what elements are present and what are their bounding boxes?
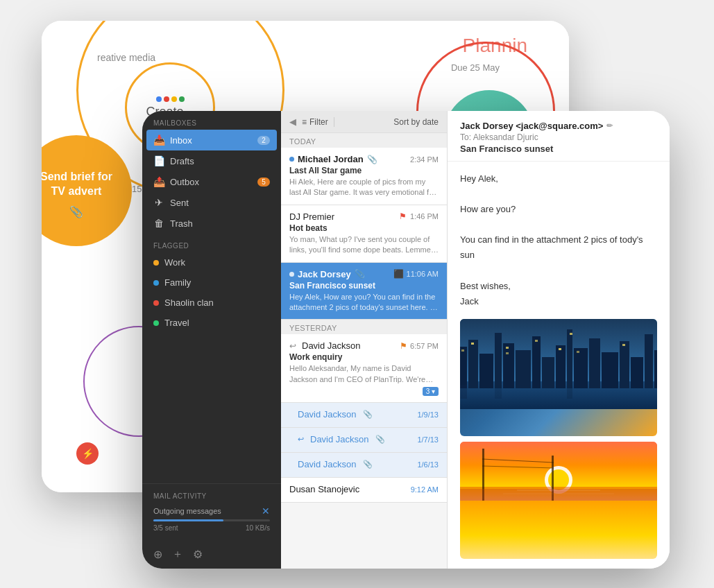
mail-time: 2:34 PM bbox=[410, 155, 439, 164]
svg-rect-7 bbox=[468, 340, 478, 388]
svg-rect-33 bbox=[622, 344, 625, 346]
sidebar-item-sent[interactable]: ✈ Sent bbox=[142, 192, 281, 213]
add-icon[interactable]: ⊕ bbox=[153, 548, 162, 561]
thread-count[interactable]: 3 ▾ bbox=[423, 387, 439, 396]
sent-count: 3/5 sent bbox=[153, 524, 178, 532]
mail-app: MAILBOXES 📥 Inbox 2 📄 Drafts 📤 Outbox 5 … bbox=[142, 111, 670, 569]
svg-rect-14 bbox=[556, 345, 566, 388]
mail-item-dj-premier[interactable]: DJ Premier ⚑ 1:46 PM Hot beats Yo man, W… bbox=[281, 205, 447, 263]
plus-icon[interactable]: ＋ bbox=[172, 547, 183, 562]
attachment-icon: 📎 bbox=[375, 435, 385, 444]
filter-icon: ≡ bbox=[302, 117, 307, 127]
mail-item-david-jackson-3[interactable]: ↩ David Jackson 📎 1/7/13 bbox=[281, 428, 447, 453]
shaolin-label: Shaolin clan bbox=[164, 297, 214, 308]
detail-images bbox=[448, 319, 670, 569]
mail-activity-label: MAIL ACTIVITY bbox=[153, 492, 270, 500]
svg-rect-19 bbox=[620, 341, 629, 388]
flag-orange-icon: ⚑ bbox=[400, 341, 407, 351]
header-divider bbox=[334, 117, 334, 127]
svg-rect-29 bbox=[535, 340, 538, 342]
edit-icon: ✏ bbox=[606, 121, 613, 130]
sunset-image bbox=[460, 442, 657, 559]
progress-track bbox=[153, 519, 270, 521]
body-line-3: You can find in the attachment 2 pics of… bbox=[460, 232, 657, 263]
outgoing-close-icon[interactable]: ✕ bbox=[262, 505, 270, 517]
trash-icon: 🗑 bbox=[153, 218, 164, 229]
work-label: Work bbox=[164, 257, 185, 268]
sender-name: David Jackson bbox=[298, 459, 357, 469]
sender-name: Michael Jordan bbox=[298, 154, 364, 164]
creative-label: reative media bbox=[97, 52, 155, 63]
sidebar-item-shaolin[interactable]: Shaolin clan bbox=[142, 293, 281, 313]
back-arrow[interactable]: ◀ bbox=[289, 116, 296, 127]
mailboxes-label: MAILBOXES bbox=[142, 111, 281, 130]
svg-rect-11 bbox=[516, 350, 531, 388]
inbox-icon: 📥 bbox=[153, 135, 164, 146]
sidebar-item-travel[interactable]: Travel bbox=[142, 313, 281, 333]
detail-from-text: Jack Dorsey <jack@square.com> bbox=[460, 121, 603, 131]
sidebar-item-drafts[interactable]: 📄 Drafts bbox=[142, 150, 281, 171]
sidebar-item-work[interactable]: Work bbox=[142, 252, 281, 273]
mail-subject: Hot beats bbox=[289, 223, 439, 233]
outbox-badge: 5 bbox=[257, 178, 270, 187]
mail-preview: Hello Aleksandar, My name is David Jacks… bbox=[289, 363, 439, 385]
drafts-label: Drafts bbox=[170, 156, 194, 166]
svg-rect-32 bbox=[577, 351, 579, 353]
svg-rect-28 bbox=[506, 352, 509, 354]
flag-green-icon: ⬛ bbox=[393, 269, 404, 279]
sort-button[interactable]: Sort by date bbox=[393, 117, 439, 127]
mail-time: 1/7/13 bbox=[417, 435, 439, 444]
svg-rect-9 bbox=[495, 333, 502, 388]
inbox-label: Inbox bbox=[170, 135, 192, 146]
work-flag-dot bbox=[153, 260, 159, 266]
svg-rect-24 bbox=[461, 349, 464, 352]
mail-item-jack-dorsey[interactable]: Jack Dorsey 📎 ⬛ 11:06 AM San Francisco s… bbox=[281, 263, 447, 320]
mail-time: 6:57 PM bbox=[410, 342, 439, 350]
svg-rect-10 bbox=[503, 343, 514, 388]
shaolin-flag-dot bbox=[153, 300, 159, 306]
svg-rect-31 bbox=[570, 333, 572, 335]
svg-rect-18 bbox=[602, 352, 618, 388]
front-tablet: MAILBOXES 📥 Inbox 2 📄 Drafts 📤 Outbox 5 … bbox=[142, 111, 670, 569]
sender-name: David Jackson bbox=[302, 340, 361, 351]
svg-rect-20 bbox=[631, 357, 643, 388]
svg-rect-8 bbox=[479, 354, 493, 388]
mail-subject: Last All Star game bbox=[289, 166, 439, 175]
unread-dot bbox=[289, 157, 294, 162]
filter-button[interactable]: ≡ Filter bbox=[302, 117, 328, 127]
sidebar-item-trash[interactable]: 🗑 Trash bbox=[142, 213, 281, 234]
sidebar-item-family[interactable]: Family bbox=[142, 273, 281, 293]
mail-preview: Hey Alek, How are you? You can find in t… bbox=[289, 292, 439, 313]
speed: 10 KB/s bbox=[246, 524, 270, 532]
mail-item-michael-jordan[interactable]: Michael Jordan 📎 2:34 PM Last All Star g… bbox=[281, 148, 447, 205]
svg-rect-15 bbox=[567, 329, 572, 388]
detail-header: Jack Dorsey <jack@square.com> ✏ To: Alek… bbox=[448, 111, 670, 162]
mail-item-david-jackson-4[interactable]: David Jackson 📎 1/6/13 bbox=[281, 453, 447, 478]
svg-rect-34 bbox=[460, 385, 467, 399]
filter-label: Filter bbox=[309, 117, 328, 127]
due-label: Due 25 May bbox=[451, 62, 500, 73]
svg-rect-16 bbox=[574, 348, 588, 388]
svg-rect-36 bbox=[567, 385, 572, 399]
svg-rect-27 bbox=[506, 347, 509, 349]
mail-preview: Hi Alek, Here are couple of pics from my… bbox=[289, 177, 439, 198]
detail-subject: San Francisco sunset bbox=[460, 144, 657, 154]
mail-item-dusan[interactable]: Dusan Stanojevic 9:12 AM bbox=[281, 478, 447, 503]
settings-icon[interactable]: ⚙ bbox=[193, 548, 203, 561]
sidebar-item-outbox[interactable]: 📤 Outbox 5 bbox=[142, 171, 281, 192]
sidebar-item-inbox[interactable]: 📥 Inbox 2 bbox=[146, 130, 277, 150]
mail-subject: San Francisco sunset bbox=[289, 281, 439, 291]
detail-body: Hey Alek, How are you? You can find in t… bbox=[448, 162, 670, 319]
inbox-badge: 2 bbox=[257, 136, 270, 145]
mail-item-david-jackson-1[interactable]: ↩ David Jackson ⚑ 6:57 PM Work enquiry H… bbox=[281, 334, 447, 403]
mail-detail: Jack Dorsey <jack@square.com> ✏ To: Alek… bbox=[448, 111, 670, 569]
sent-label: Sent bbox=[170, 198, 189, 208]
body-line-4: Best wishes, bbox=[460, 279, 657, 294]
mail-time: 9:12 AM bbox=[411, 485, 439, 494]
mail-item-david-jackson-2[interactable]: David Jackson 📎 1/9/13 bbox=[281, 403, 447, 428]
planning-label: Plannin bbox=[463, 35, 527, 57]
mail-time: 1/9/13 bbox=[417, 410, 439, 419]
body-line-5: Jack bbox=[460, 294, 657, 309]
outgoing-label: Outgoing messages bbox=[153, 507, 221, 515]
travel-label: Travel bbox=[164, 318, 189, 328]
